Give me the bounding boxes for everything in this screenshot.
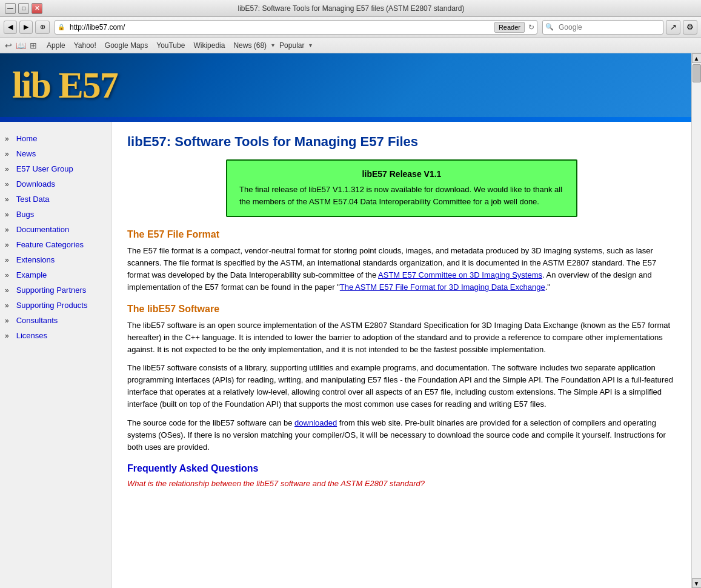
sidebar-item-extensions[interactable]: Extensions: [0, 252, 111, 267]
libesoftware-paragraph2: The libE57 software consists of a librar…: [127, 362, 676, 411]
blue-divider: [0, 117, 691, 122]
grid-icon[interactable]: ⊞: [30, 41, 37, 50]
bookmark-popular[interactable]: Popular: [276, 41, 308, 50]
settings-button[interactable]: ⚙: [683, 20, 697, 35]
maximize-button[interactable]: □: [18, 3, 29, 14]
sidebar: Home News E57 User Group Downloads Test …: [0, 122, 112, 588]
sidebar-link-e57usergroup[interactable]: E57 User Group: [9, 162, 111, 175]
sidebar-item-supportingpartners[interactable]: Supporting Partners: [0, 282, 111, 298]
minimize-button[interactable]: —: [5, 3, 16, 14]
search-bar[interactable]: 🔍: [542, 20, 663, 35]
search-input[interactable]: [556, 23, 663, 32]
scroll-thumb[interactable]: [693, 64, 701, 82]
window-controls[interactable]: — □ ✕: [5, 3, 42, 14]
address-bar[interactable]: 🔒 Reader ↻: [55, 20, 537, 35]
bookmark-youtube[interactable]: YouTube: [153, 41, 188, 50]
bookmark-googlemaps[interactable]: Google Maps: [101, 41, 151, 50]
section-heading-libesoftware: The libE57 Software: [127, 304, 676, 315]
section-heading-e57format: The E57 File Format: [127, 229, 676, 240]
bookmarks-bar: ↩ 📖 ⊞ Apple Yahoo! Google Maps YouTube W…: [0, 38, 701, 53]
sidebar-link-featurecategories[interactable]: Feature Categories: [9, 238, 111, 251]
share-button[interactable]: ↗: [666, 20, 680, 35]
downloaded-link[interactable]: downloaded: [294, 418, 337, 427]
address-icon: 🔒: [55, 24, 67, 30]
sidebar-item-licenses[interactable]: Licenses: [0, 328, 111, 343]
sidebar-link-consultants[interactable]: Consultants: [9, 314, 111, 327]
main-content: libE57: Software Tools for Managing E57 …: [112, 122, 691, 588]
sidebar-link-extensions[interactable]: Extensions: [9, 253, 111, 266]
address-input[interactable]: [67, 23, 494, 32]
sidebar-item-example[interactable]: Example: [0, 267, 111, 282]
sidebar-item-bugs[interactable]: Bugs: [0, 207, 111, 222]
reader-button[interactable]: Reader: [494, 22, 525, 33]
section-heading-faq: Frequently Asked Questions: [127, 463, 676, 474]
astm-paper-link[interactable]: The ASTM E57 File Format for 3D Imaging …: [340, 282, 545, 292]
sidebar-link-supportingpartners[interactable]: Supporting Partners: [9, 284, 111, 296]
scroll-down-button[interactable]: ▼: [692, 578, 702, 588]
sidebar-item-supportingproducts[interactable]: Supporting Products: [0, 298, 111, 313]
close-button[interactable]: ✕: [32, 3, 42, 14]
site-banner: lib E57: [0, 53, 691, 117]
release-box: libE57 Release V1.1 The final release of…: [226, 159, 577, 217]
libesoftware-paragraph1: The libE57 software is an open source im…: [127, 319, 676, 356]
search-icon: 🔍: [543, 23, 556, 31]
release-box-text: The final release of libE57 V1.1.312 is …: [239, 184, 564, 207]
back-icon[interactable]: ↩: [5, 41, 12, 50]
sidebar-item-e57usergroup[interactable]: E57 User Group: [0, 161, 111, 176]
sidebar-item-testdata[interactable]: Test Data: [0, 192, 111, 207]
bookmark-apple[interactable]: Apple: [43, 41, 69, 50]
bookmark-wikipedia[interactable]: Wikipedia: [190, 41, 228, 50]
sidebar-item-downloads[interactable]: Downloads: [0, 176, 111, 192]
sidebar-link-documentation[interactable]: Documentation: [9, 223, 111, 236]
sidebar-link-news[interactable]: News: [9, 147, 111, 160]
astm-committee-link[interactable]: ASTM E57 Committee on 3D Imaging Systems: [378, 270, 542, 279]
libesoftware-paragraph3: The source code for the libE57 software …: [127, 417, 676, 453]
sidebar-item-consultants[interactable]: Consultants: [0, 313, 111, 328]
bookmark-icons: ↩ 📖 ⊞: [5, 41, 37, 50]
sidebar-item-featurecategories[interactable]: Feature Categories: [0, 237, 111, 252]
forward-button[interactable]: ▶: [19, 21, 33, 34]
scroll-up-button[interactable]: ▲: [692, 53, 702, 63]
scrollbar[interactable]: ▲ ▼: [691, 53, 701, 588]
page-title: libE57: Software Tools for Managing E57 …: [127, 134, 676, 150]
e57-format-paragraph: The E57 file format is a compact, vendor…: [127, 245, 676, 294]
sidebar-link-bugs[interactable]: Bugs: [9, 208, 111, 221]
news-dropdown-arrow[interactable]: ▾: [271, 42, 274, 48]
faq-question-1: What is the relationship between the lib…: [127, 479, 676, 488]
sidebar-link-supportingproducts[interactable]: Supporting Products: [9, 299, 111, 312]
refresh-button[interactable]: ↻: [526, 23, 537, 32]
nav-bar: ◀ ▶ ⊕ 🔒 Reader ↻ 🔍 ↗ ⚙: [0, 17, 701, 38]
toolbar-actions: ↗ ⚙: [666, 20, 697, 35]
back-button[interactable]: ◀: [4, 21, 17, 34]
site-banner-wrapper: lib E57: [0, 53, 691, 122]
sidebar-link-home[interactable]: Home: [9, 132, 111, 145]
sidebar-link-licenses[interactable]: Licenses: [9, 329, 111, 342]
bookmark-add-button[interactable]: ⊕: [35, 21, 50, 34]
title-bar: — □ ✕ libE57: Software Tools for Managin…: [0, 0, 701, 17]
sidebar-nav: Home News E57 User Group Downloads Test …: [0, 131, 111, 343]
popular-dropdown-arrow[interactable]: ▾: [309, 42, 312, 48]
bookmarks-icon[interactable]: 📖: [16, 41, 26, 50]
sidebar-item-news[interactable]: News: [0, 146, 111, 161]
sidebar-item-documentation[interactable]: Documentation: [0, 222, 111, 237]
sidebar-link-example[interactable]: Example: [9, 269, 111, 281]
release-box-title: libE57 Release V1.1: [239, 169, 564, 179]
bookmark-news[interactable]: News (68): [230, 41, 270, 50]
banner-title: lib E57: [12, 64, 118, 107]
sidebar-item-home[interactable]: Home: [0, 131, 111, 146]
page-wrapper: lib E57 Home News E57 User Group Downloa…: [0, 53, 701, 588]
sidebar-link-testdata[interactable]: Test Data: [9, 193, 111, 205]
bookmark-yahoo[interactable]: Yahoo!: [70, 41, 100, 50]
window-title: libE57: Software Tools for Managing E57 …: [42, 4, 660, 13]
sidebar-link-downloads[interactable]: Downloads: [9, 178, 111, 190]
